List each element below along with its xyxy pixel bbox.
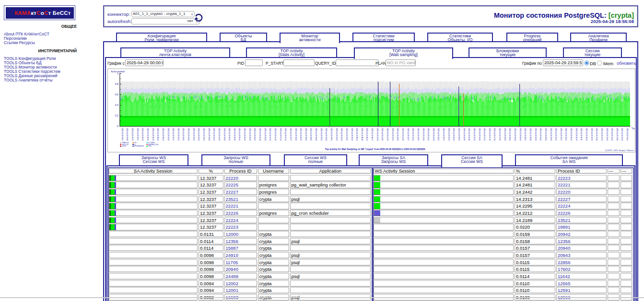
svg-text:2025-04-29 08:40: 2025-04-29 08:40: [305, 128, 307, 141]
svg-text:2025-04-29 15:22: 2025-04-29 15:22: [448, 128, 450, 141]
svg-text:0.8: 0.8: [115, 82, 118, 85]
svg-text:2025-04-29 18:57: 2025-04-29 18:57: [524, 128, 527, 141]
svg-text:2025-04-29 20:52: 2025-04-29 20:52: [565, 128, 567, 141]
svg-text:2025-04-29 16:48: 2025-04-29 16:48: [479, 128, 481, 141]
svg-text:EXTENSION: EXTENSION: [134, 145, 144, 147]
svg-text:2025-04-29 17:16: 2025-04-29 17:16: [489, 128, 491, 141]
svg-text:2025-04-29 18:00: 2025-04-29 18:00: [504, 128, 506, 141]
svg-text:2025-04-29 17:02: 2025-04-29 17:02: [483, 128, 486, 141]
svg-text:2025-04-29 18:28: 2025-04-29 18:28: [514, 128, 516, 141]
svg-text:2025-04-29 04:51: 2025-04-29 04:51: [223, 128, 226, 141]
svg-text:2025-04-29 14:24: 2025-04-29 14:24: [427, 128, 430, 141]
svg-text:2025-04-29 03:53: 2025-04-29 03:53: [203, 128, 205, 141]
svg-text:2025-04-29 00:33: 2025-04-29 00:33: [131, 128, 134, 141]
svg-text:2025-04-29 00:18: 2025-04-29 00:18: [126, 128, 129, 141]
svg-text:2025-04-29 03:25: 2025-04-29 03:25: [193, 128, 195, 141]
svg-text:2025-04-29 07:14: 2025-04-29 07:14: [274, 128, 277, 141]
svg-text:2025-04-29 11:18: 2025-04-29 11:18: [361, 128, 363, 141]
svg-text:2025-04-29 01:30: 2025-04-29 01:30: [152, 128, 154, 141]
svg-text:2025-04-29 08:55: 2025-04-29 08:55: [310, 128, 312, 141]
svg-text:2025-04-29 01:16: 2025-04-29 01:16: [147, 128, 149, 141]
svg-text:2025-04-29 12:30: 2025-04-29 12:30: [386, 128, 389, 141]
svg-text:2025-04-29 19:26: 2025-04-29 19:26: [535, 128, 537, 141]
svg-text:2025-04-29 15:50: 2025-04-29 15:50: [458, 128, 460, 141]
svg-text:2025-04-29 01:59: 2025-04-29 01:59: [162, 128, 164, 141]
svg-text:2025-04-29 23:01: 2025-04-29 23:01: [611, 128, 613, 141]
svg-text:Time: Time: [632, 127, 635, 130]
svg-text:2025-04-29 04:22: 2025-04-29 04:22: [213, 128, 215, 141]
svg-text:2025-04-29 19:54: 2025-04-29 19:54: [545, 128, 547, 141]
svg-text:2025-04-29 14:39: 2025-04-29 14:39: [433, 128, 435, 141]
svg-text:2025-04-29 12:44: 2025-04-29 12:44: [392, 128, 394, 141]
svg-text:2025-04-29 07:57: 2025-04-29 07:57: [290, 128, 292, 141]
svg-text:0: 0: [117, 125, 118, 127]
svg-text:2025-04-29 02:42: 2025-04-29 02:42: [177, 128, 180, 141]
svg-text:0.4: 0.4: [115, 104, 118, 106]
svg-text:2025-04-29 20:23: 2025-04-29 20:23: [555, 128, 557, 141]
svg-text:2025-04-29 12:01: 2025-04-29 12:01: [376, 128, 379, 141]
svg-text:2025-04-29 00:47: 2025-04-29 00:47: [137, 128, 139, 141]
svg-text:2025-04-29 08:26: 2025-04-29 08:26: [300, 128, 302, 141]
svg-text:2025-04-29 07:00: 2025-04-29 07:00: [269, 128, 271, 141]
svg-text:2025-04-29 21:49: 2025-04-29 21:49: [585, 128, 588, 141]
svg-text:2025-04-29 10:21: 2025-04-29 10:21: [340, 128, 343, 141]
svg-text:LOCK: LOCK: [122, 145, 127, 147]
svg-text:CPU: CPU: [148, 145, 152, 147]
svg-text:2025-04-29 20:37: 2025-04-29 20:37: [560, 128, 562, 141]
svg-text:2025-04-29 23:15: 2025-04-29 23:15: [616, 128, 619, 141]
svg-text:2025-04-29 14:53: 2025-04-29 14:53: [437, 128, 440, 141]
svg-text:2025-04-29 10:49: 2025-04-29 10:49: [351, 128, 353, 141]
svg-text:0.2: 0.2: [115, 114, 118, 117]
svg-text:2025-04-29 21:20: 2025-04-29 21:20: [575, 128, 578, 141]
svg-text:2025-04-29 22:18: 2025-04-29 22:18: [596, 128, 598, 141]
svg-text:2025-04-29 07:29: 2025-04-29 07:29: [280, 128, 282, 141]
svg-text:2025-04-29 04:08: 2025-04-29 04:08: [208, 128, 211, 141]
svg-text:2025-04-29 08:12: 2025-04-29 08:12: [295, 128, 297, 141]
svg-text:2025-04-29 01:44: 2025-04-29 01:44: [157, 128, 159, 141]
svg-text:2025-04-29 22:03: 2025-04-29 22:03: [591, 128, 593, 141]
svg-text:2025-04-29 05:48: 2025-04-29 05:48: [244, 128, 246, 141]
svg-text:2025-04-29 10:35: 2025-04-29 10:35: [346, 128, 348, 141]
svg-text:0.6: 0.6: [115, 93, 118, 96]
svg-text:2025-04-29 17:45: 2025-04-29 17:45: [499, 128, 501, 141]
svg-text:2025-04-29 10:06: 2025-04-29 10:06: [336, 128, 338, 141]
svg-text:2025-04-29 12:15: 2025-04-29 12:15: [381, 128, 384, 141]
svg-text:2025-04-29 16:33: 2025-04-29 16:33: [473, 128, 476, 141]
svg-text:2025-04-29 02:27: 2025-04-29 02:27: [172, 128, 175, 141]
svg-text:2025-04-29 13:27: 2025-04-29 13:27: [407, 128, 410, 141]
svg-text:2025-04-29 09:38: 2025-04-29 09:38: [325, 128, 328, 141]
svg-text:2025-04-29 06:46: 2025-04-29 06:46: [264, 128, 267, 141]
svg-text:2025-04-29 06:17: 2025-04-29 06:17: [254, 128, 256, 141]
svg-text:2025-04-29 02:13: 2025-04-29 02:13: [167, 128, 170, 141]
svg-text:2025-04-29 05:05: 2025-04-29 05:05: [228, 128, 231, 141]
svg-text:2025-04-29 20:09: 2025-04-29 20:09: [550, 128, 552, 141]
svg-text:2025-04-29 18:43: 2025-04-29 18:43: [519, 128, 522, 141]
svg-text:2025-04-29 13:56: 2025-04-29 13:56: [417, 128, 420, 141]
svg-text:2025-04-29 21:06: 2025-04-29 21:06: [570, 128, 573, 141]
svg-text:2025-04-29 12:58: 2025-04-29 12:58: [397, 128, 399, 141]
svg-text:2025-04-29 21:35: 2025-04-29 21:35: [580, 128, 583, 141]
svg-text:(C)1979 - 2025, Sergey V. Bala: (C)1979 - 2025, Sergey V. Balacev: [605, 149, 634, 151]
svg-text:2025-04-29 09:09: 2025-04-29 09:09: [315, 128, 317, 141]
svg-text:2025-04-29 00:04: 2025-04-29 00:04: [121, 128, 124, 141]
svg-text:2025-04-29 11:32: 2025-04-29 11:32: [366, 128, 368, 141]
svg-text:2025-04-29 17:31: 2025-04-29 17:31: [493, 128, 496, 141]
svg-text:2025-04-29 19:40: 2025-04-29 19:40: [539, 128, 542, 141]
svg-text:2025-04-29 13:13: 2025-04-29 13:13: [402, 128, 404, 141]
svg-text:2025-04-29 02:56: 2025-04-29 02:56: [182, 128, 185, 141]
svg-text:2025-04-29 09:52: 2025-04-29 09:52: [330, 128, 333, 141]
svg-text:2025-04-29 03:10: 2025-04-29 03:10: [187, 128, 190, 141]
svg-text:2025-04-29 05:34: 2025-04-29 05:34: [238, 128, 241, 141]
svg-text:2025-04-29 22:32: 2025-04-29 22:32: [601, 128, 603, 141]
svg-text:2025-04-29 03:39: 2025-04-29 03:39: [198, 128, 200, 141]
svg-text:2025-04-29 15:36: 2025-04-29 15:36: [453, 128, 455, 141]
svg-text:2025-04-29 11:04: 2025-04-29 11:04: [356, 128, 358, 141]
svg-text:2025-04-29 23:44: 2025-04-29 23:44: [626, 128, 629, 141]
svg-text:2025-04-29 13:41: 2025-04-29 13:41: [412, 128, 414, 141]
svg-text:Top activity for Wait Sampling: Top activity for Wait Sampling on DB "cr…: [325, 148, 425, 150]
svg-text:2025-04-29 22:46: 2025-04-29 22:46: [606, 128, 609, 141]
svg-text:2025-04-29 15:07: 2025-04-29 15:07: [443, 128, 445, 141]
svg-text:2025-04-29 18:14: 2025-04-29 18:14: [509, 128, 511, 141]
svg-text:2025-04-29 16:19: 2025-04-29 16:19: [468, 128, 470, 141]
svg-text:2025-04-29 06:02: 2025-04-29 06:02: [249, 128, 251, 141]
